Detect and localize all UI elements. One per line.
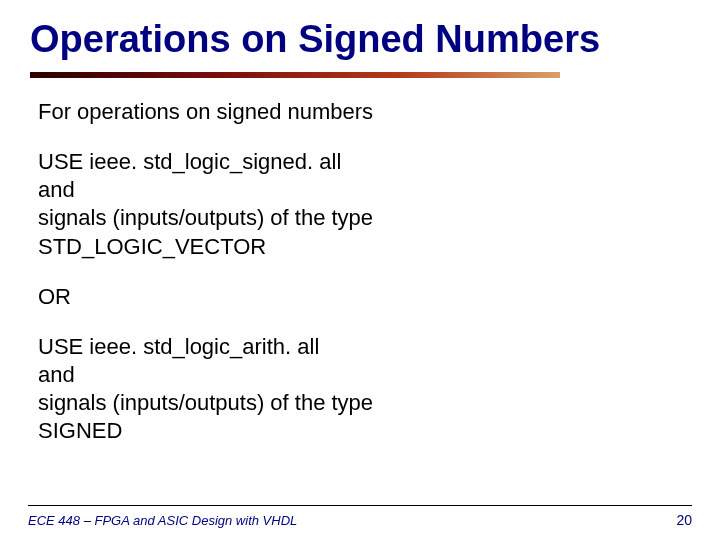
intro-text: For operations on signed numbers xyxy=(38,98,682,126)
or-text: OR xyxy=(38,283,682,311)
block1-line2: and xyxy=(38,176,682,204)
block2-line3: signals (inputs/outputs) of the type xyxy=(38,389,682,417)
block2-line2: and xyxy=(38,361,682,389)
slide-body: For operations on signed numbers USE iee… xyxy=(38,98,682,468)
page-number: 20 xyxy=(676,512,692,528)
footer-divider xyxy=(28,505,692,506)
slide-title: Operations on Signed Numbers xyxy=(30,18,690,61)
block1-line3: signals (inputs/outputs) of the type xyxy=(38,204,682,232)
slide: Operations on Signed Numbers For operati… xyxy=(0,0,720,540)
block2-line4: SIGNED xyxy=(38,417,682,445)
footer-course: ECE 448 – FPGA and ASIC Design with VHDL xyxy=(28,513,297,528)
block1-line4: STD_LOGIC_VECTOR xyxy=(38,233,682,261)
block-1: USE ieee. std_logic_signed. all and sign… xyxy=(38,148,682,261)
block2-line1: USE ieee. std_logic_arith. all xyxy=(38,333,682,361)
block1-line1: USE ieee. std_logic_signed. all xyxy=(38,148,682,176)
block-2: USE ieee. std_logic_arith. all and signa… xyxy=(38,333,682,446)
title-underline xyxy=(30,72,560,78)
